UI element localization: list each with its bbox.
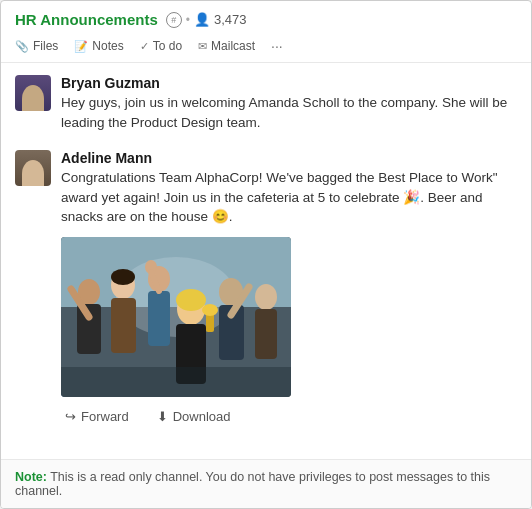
todo-label: To do — [153, 39, 182, 53]
msg-2-actions: ↪ Forward ⬇ Download — [61, 407, 517, 426]
toolbar-notes[interactable]: 📝 Notes — [74, 39, 123, 53]
channel-header: HR Announcements # • 👤 3,473 📎 Files 📝 N… — [1, 1, 531, 63]
msg-1-text: Hey guys, join us in welcoming Amanda Sc… — [61, 93, 517, 132]
svg-point-18 — [202, 304, 218, 316]
header-top-row: HR Announcements # • 👤 3,473 — [15, 11, 517, 28]
message-2: Adeline Mann Congratulations Team AlphaC… — [15, 150, 517, 426]
download-button[interactable]: ⬇ Download — [153, 407, 235, 426]
chat-window: HR Announcements # • 👤 3,473 📎 Files 📝 N… — [0, 0, 532, 509]
avatar-adeline — [15, 150, 51, 186]
msg-1-content: Bryan Guzman Hey guys, join us in welcom… — [61, 75, 517, 132]
channel-name: HR Announcements — [15, 11, 158, 28]
forward-label: Forward — [81, 409, 129, 424]
messages-list: Bryan Guzman Hey guys, join us in welcom… — [1, 63, 531, 459]
files-icon: 📎 — [15, 40, 29, 53]
svg-rect-24 — [61, 367, 291, 397]
notes-label: Notes — [92, 39, 123, 53]
avatar-bryan — [15, 75, 51, 111]
member-count: 3,473 — [214, 12, 247, 27]
toolbar-mailcast[interactable]: ✉ Mailcast — [198, 39, 255, 53]
footer-note: Note: This is a read only channel. You d… — [1, 459, 531, 508]
svg-rect-8 — [111, 298, 136, 353]
toolbar-todo[interactable]: ✓ To do — [140, 39, 182, 53]
toolbar-files[interactable]: 📎 Files — [15, 39, 58, 53]
files-label: Files — [33, 39, 58, 53]
members-icon: 👤 — [194, 12, 210, 27]
forward-button[interactable]: ↪ Forward — [61, 407, 133, 426]
svg-rect-11 — [148, 291, 170, 346]
toolbar-more-button[interactable]: ··· — [271, 38, 283, 54]
note-text: This is a read only channel. You do not … — [15, 470, 490, 498]
separator-dot: • — [186, 13, 190, 27]
note-label: Note: — [15, 470, 47, 484]
channel-icon: # — [166, 12, 182, 28]
header-icons: # • 👤 3,473 — [166, 12, 247, 28]
msg-2-content: Adeline Mann Congratulations Team AlphaC… — [61, 150, 517, 426]
msg-2-author: Adeline Mann — [61, 150, 517, 166]
svg-point-9 — [111, 269, 135, 285]
svg-point-22 — [255, 284, 277, 310]
todo-icon: ✓ — [140, 40, 149, 53]
toolbar: 📎 Files 📝 Notes ✓ To do ✉ Mailcast ··· — [15, 34, 517, 62]
download-label: Download — [173, 409, 231, 424]
mailcast-label: Mailcast — [211, 39, 255, 53]
download-icon: ⬇ — [157, 409, 168, 424]
msg-2-image-container — [61, 237, 517, 397]
mailcast-icon: ✉ — [198, 40, 207, 53]
msg-2-text: Congratulations Team AlphaCorp! We've ba… — [61, 168, 517, 227]
forward-icon: ↪ — [65, 409, 76, 424]
svg-rect-23 — [255, 309, 277, 359]
message-1: Bryan Guzman Hey guys, join us in welcom… — [15, 75, 517, 132]
celebration-photo — [61, 237, 291, 397]
notes-icon: 📝 — [74, 40, 88, 53]
msg-1-author: Bryan Guzman — [61, 75, 517, 91]
svg-point-15 — [176, 289, 206, 311]
